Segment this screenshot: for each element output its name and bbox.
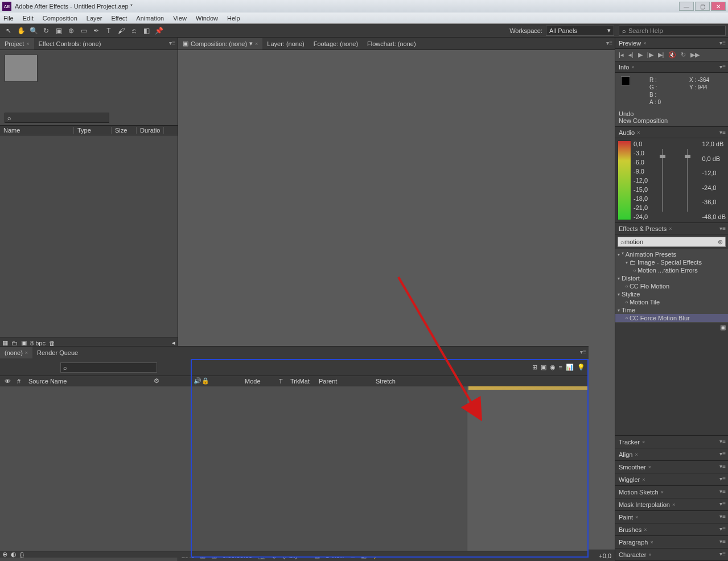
eraser-tool[interactable]: ◧ — [140, 25, 153, 36]
ram-preview-button[interactable]: ▶▶ — [690, 51, 700, 59]
panel-menu-icon[interactable]: ▾≡ — [719, 551, 726, 557]
prev-frame-button[interactable]: ◂| — [628, 51, 634, 59]
panel-menu-icon[interactable]: ▾≡ — [719, 476, 726, 482]
effects-tree-item[interactable]: ▾* Animation Presets — [615, 250, 728, 258]
camera-tool[interactable]: ▣ — [52, 25, 65, 36]
close-icon[interactable]: × — [648, 464, 651, 470]
close-icon[interactable]: × — [669, 226, 672, 232]
tl-brainstorm-icon[interactable]: 💡 — [577, 364, 585, 371]
col-source[interactable]: Source Name — [28, 378, 154, 385]
close-icon[interactable]: × — [635, 452, 637, 457]
menu-help[interactable]: Help — [227, 15, 240, 22]
audio-slider-right[interactable] — [687, 149, 688, 212]
pan-behind-tool[interactable]: ⊕ — [65, 25, 77, 36]
panel-menu-icon[interactable]: ▾≡ — [606, 40, 612, 46]
project-items-list[interactable] — [0, 135, 178, 337]
close-icon[interactable]: × — [642, 477, 645, 482]
hand-tool[interactable]: ✋ — [15, 25, 27, 36]
panel-menu-icon[interactable]: ▾≡ — [719, 451, 726, 457]
col-type[interactable]: Type — [74, 127, 112, 134]
effects-search-field[interactable] — [624, 238, 718, 245]
effects-tree-item[interactable]: ▫CC Force Motion Blur — [615, 314, 728, 322]
panel-menu-icon[interactable]: ▾≡ — [719, 64, 726, 70]
timeline-body[interactable] — [0, 386, 589, 551]
close-icon[interactable]: × — [631, 64, 634, 70]
shape-tool[interactable]: ▭ — [77, 25, 90, 36]
col-mode[interactable]: Mode — [245, 378, 279, 385]
menu-view[interactable]: View — [173, 15, 187, 22]
close-icon[interactable]: × — [642, 439, 645, 445]
tl-moblur-icon[interactable]: ◉ — [550, 364, 556, 371]
close-icon[interactable]: × — [26, 41, 29, 47]
clear-search-icon[interactable]: ⊗ — [718, 238, 723, 246]
text-tool[interactable]: T — [102, 25, 115, 36]
close-icon[interactable]: × — [672, 502, 675, 508]
rotate-tool[interactable]: ↻ — [40, 25, 52, 36]
col-size[interactable]: Size — [112, 127, 137, 134]
panel-menu-icon[interactable]: ▾≡ — [719, 501, 726, 507]
toggle-inout-icon[interactable]: {} — [20, 551, 24, 558]
panel-menu-icon[interactable]: ▾≡ — [580, 349, 586, 355]
panel-menu-icon[interactable]: ▾≡ — [719, 438, 726, 444]
close-icon[interactable]: × — [635, 514, 638, 520]
panel-menu-icon[interactable]: ▾≡ — [719, 513, 726, 519]
maximize-button[interactable]: ▢ — [695, 2, 710, 11]
workspace-dropdown[interactable]: All Panels ▾ — [546, 26, 614, 36]
exposure-value[interactable]: +0,0 — [599, 552, 611, 559]
col-trkmat[interactable]: TrkMat — [290, 378, 319, 385]
collapsed-panel-paint[interactable]: Paint×▾≡ — [615, 511, 728, 523]
tab-render-queue[interactable]: Render Queue — [32, 347, 83, 358]
tab-layer[interactable]: Layer: (none) — [262, 38, 309, 50]
selection-tool[interactable]: ↖ — [2, 25, 15, 36]
close-icon[interactable]: × — [648, 552, 651, 558]
collapsed-panel-mask-interpolation[interactable]: Mask Interpolation×▾≡ — [615, 498, 728, 511]
tab-project[interactable]: Project× — [0, 38, 34, 50]
tab-composition[interactable]: ▣Composition: (none)▾× — [178, 38, 262, 50]
close-button[interactable]: ✕ — [711, 2, 726, 11]
collapsed-panel-wiggler[interactable]: Wiggler×▾≡ — [615, 473, 728, 486]
tab-effect-controls[interactable]: Effect Controls: (none) — [34, 38, 106, 50]
panel-menu-icon[interactable]: ▾≡ — [719, 129, 726, 135]
effects-tree-item[interactable]: ▫Motion ...ration Errors — [615, 266, 728, 274]
toggle-switches-icon[interactable]: ⊕ — [2, 551, 7, 558]
close-icon[interactable]: × — [25, 350, 28, 356]
effects-tree-item[interactable]: ▾🗀Image - Special Effects — [615, 258, 728, 266]
project-search-input[interactable]: ⌕ — [5, 113, 109, 123]
menu-window[interactable]: Window — [196, 15, 218, 22]
collapsed-panel-character[interactable]: Character×▾≡ — [615, 548, 728, 561]
effects-tree-item[interactable]: ▾Time — [615, 306, 728, 314]
last-frame-button[interactable]: ▶| — [658, 51, 664, 59]
new-bin-icon[interactable]: ▣ — [720, 324, 726, 331]
tl-graph-icon[interactable]: 📊 — [566, 364, 574, 371]
panel-menu-icon[interactable]: ▾≡ — [719, 40, 726, 46]
puppet-tool[interactable]: 📌 — [153, 25, 165, 36]
close-icon[interactable]: × — [637, 130, 640, 135]
close-icon[interactable]: × — [255, 41, 258, 47]
play-button[interactable]: ▶ — [638, 51, 643, 59]
menu-file[interactable]: File — [3, 15, 14, 22]
menu-edit[interactable]: Edit — [23, 15, 34, 22]
search-help-input[interactable]: ⌕ Search Help — [619, 26, 726, 36]
clone-tool[interactable]: ⎌ — [127, 25, 140, 36]
trash-icon[interactable]: 🗑 — [49, 340, 55, 346]
disclosure-triangle-icon[interactable]: ▾ — [618, 252, 620, 257]
col-t[interactable]: T — [279, 378, 290, 385]
col-name[interactable]: Name — [0, 127, 74, 134]
effects-tree-item[interactable]: ▫CC Flo Motion — [615, 282, 728, 290]
collapsed-panel-smoother[interactable]: Smoother×▾≡ — [615, 461, 728, 473]
brush-tool[interactable]: 🖌 — [115, 25, 127, 36]
chevron-down-icon[interactable]: ▾ — [249, 40, 253, 47]
panel-menu-icon[interactable]: ▾≡ — [719, 526, 726, 532]
tab-timeline-none[interactable]: (none)× — [0, 347, 32, 358]
tab-flowchart[interactable]: Flowchart: (none) — [363, 38, 421, 50]
menu-layer[interactable]: Layer — [87, 15, 102, 22]
timeline-graph-area[interactable] — [467, 386, 589, 551]
tl-switch-icon[interactable]: ⊞ — [532, 364, 537, 371]
tl-draft3d-icon[interactable]: ▣ — [541, 364, 546, 371]
collapsed-panel-align[interactable]: Align×▾≡ — [615, 448, 728, 461]
close-icon[interactable]: × — [643, 40, 646, 46]
disclosure-triangle-icon[interactable]: ▾ — [618, 276, 620, 281]
effects-tree-item[interactable]: ▾Stylize — [615, 290, 728, 298]
timeline-search-input[interactable]: ⌕ — [60, 362, 157, 373]
zoom-tool[interactable]: 🔍 — [27, 25, 40, 36]
